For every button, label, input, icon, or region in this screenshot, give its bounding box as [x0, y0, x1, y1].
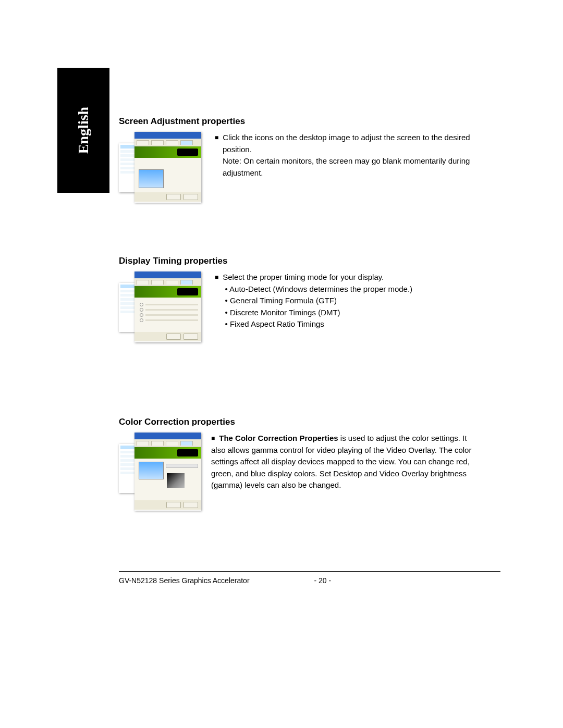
screenshot-dialog [134, 272, 201, 342]
footer-page-number: - 20 - [314, 576, 331, 585]
sub-bullet: • General Timing Formula (GTF) [211, 295, 487, 307]
text-display-timing: Select the proper timing mode for your d… [211, 272, 487, 330]
square-bullet-icon [211, 434, 219, 442]
footer-product: GV-N52128 Series Graphics Accelerator [119, 576, 250, 585]
sub-bullet: • Auto-Detect (Windows determines the pr… [211, 283, 487, 295]
screenshot-dialog [134, 132, 201, 203]
heading-screen-adjustment: Screen Adjustment properties [119, 116, 245, 127]
heading-color-correction: Color Correction properties [119, 417, 235, 427]
page-footer: GV-N52128 Series Graphics Accelerator - … [119, 576, 331, 585]
manual-page: English Screen Adjustment properties Cli… [0, 0, 563, 728]
square-bullet-icon [215, 273, 223, 281]
heading-display-timing: Display Timing properties [119, 256, 227, 266]
sub-bullet: • Discrete Monitor Timings (DMT) [211, 307, 487, 319]
text-screen-adjust: Click the icons on the desktop image to … [211, 132, 487, 179]
sub-bullet: • Fixed Aspect Ratio Timings [211, 318, 487, 330]
nvidia-logo [177, 149, 198, 156]
screenshot-dialog [134, 433, 201, 511]
language-label: English [75, 107, 92, 154]
square-bullet-icon [215, 133, 223, 142]
nvidia-logo [177, 449, 198, 456]
language-tab: English [57, 68, 109, 193]
bold-lead: The Color Correction Properties [219, 434, 338, 442]
bullet-text: Select the proper timing mode for your d… [211, 272, 487, 283]
nvidia-logo [177, 288, 198, 295]
note-text: Note: On certain monitors, the screen ma… [211, 155, 487, 179]
radio-group [140, 303, 198, 324]
gradient-preview [167, 473, 185, 488]
bullet-text: Click the icons on the desktop image to … [211, 132, 487, 155]
text-color-correction: The Color Correction Properties is used … [211, 433, 482, 491]
footer-rule [119, 571, 500, 572]
